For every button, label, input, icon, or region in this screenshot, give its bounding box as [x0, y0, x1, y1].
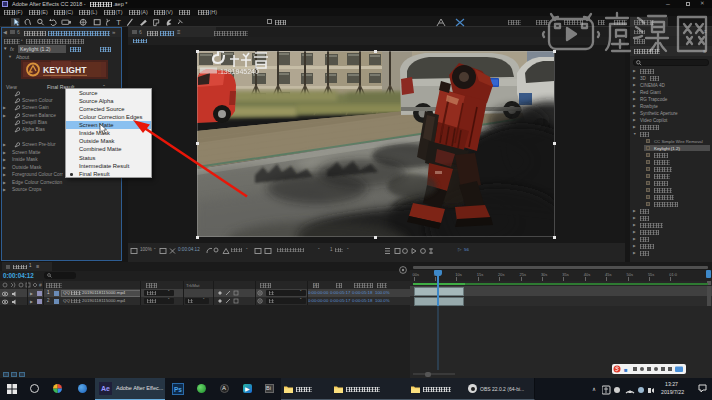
svg-text:■: ■ — [624, 367, 628, 373]
svg-text:T: T — [116, 18, 121, 26]
svg-text:#: # — [39, 282, 42, 288]
svg-text:KEYLIGHT: KEYLIGHT — [43, 65, 87, 75]
